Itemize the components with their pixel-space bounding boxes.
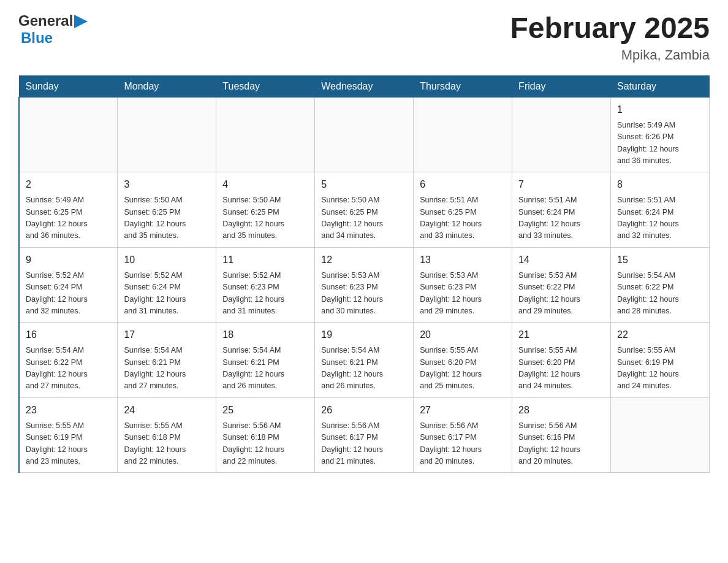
day-info: Sunrise: 5:51 AMSunset: 6:24 PMDaylight:… bbox=[617, 194, 703, 242]
calendar-day-cell: 10Sunrise: 5:52 AMSunset: 6:24 PMDayligh… bbox=[118, 247, 216, 323]
calendar-day-cell bbox=[611, 397, 710, 473]
calendar-day-cell: 20Sunrise: 5:55 AMSunset: 6:20 PMDayligh… bbox=[414, 323, 512, 398]
calendar-day-cell: 19Sunrise: 5:54 AMSunset: 6:21 PMDayligh… bbox=[315, 323, 414, 398]
day-info: Sunrise: 5:54 AMSunset: 6:21 PMDaylight:… bbox=[222, 345, 308, 393]
day-number: 5 bbox=[321, 177, 407, 192]
calendar-day-cell: 5Sunrise: 5:50 AMSunset: 6:25 PMDaylight… bbox=[315, 172, 414, 248]
day-info: Sunrise: 5:56 AMSunset: 6:17 PMDaylight:… bbox=[420, 420, 506, 468]
logo-blue-text: Blue bbox=[21, 29, 53, 46]
calendar-day-cell: 7Sunrise: 5:51 AMSunset: 6:24 PMDaylight… bbox=[512, 172, 611, 248]
day-number: 10 bbox=[124, 253, 210, 267]
day-number: 25 bbox=[222, 403, 308, 418]
title-block: February 2025 Mpika, Zambia bbox=[510, 12, 710, 63]
calendar-day-cell: 26Sunrise: 5:56 AMSunset: 6:17 PMDayligh… bbox=[315, 397, 414, 473]
day-number: 22 bbox=[617, 327, 703, 342]
day-of-week-header: Wednesday bbox=[315, 75, 414, 97]
svg-marker-0 bbox=[74, 15, 88, 28]
day-number: 15 bbox=[617, 253, 703, 267]
day-info: Sunrise: 5:52 AMSunset: 6:24 PMDaylight:… bbox=[26, 270, 111, 318]
day-number: 4 bbox=[222, 177, 308, 192]
day-number: 11 bbox=[222, 253, 308, 267]
day-number: 7 bbox=[518, 177, 604, 192]
calendar-week-row: 23Sunrise: 5:55 AMSunset: 6:19 PMDayligh… bbox=[19, 397, 710, 473]
day-info: Sunrise: 5:56 AMSunset: 6:17 PMDaylight:… bbox=[321, 420, 407, 468]
calendar-day-cell: 2Sunrise: 5:49 AMSunset: 6:25 PMDaylight… bbox=[19, 172, 118, 248]
calendar-day-cell: 14Sunrise: 5:53 AMSunset: 6:22 PMDayligh… bbox=[512, 247, 611, 323]
page-header: General Blue February 2025 Mpika, Zambia bbox=[18, 12, 710, 63]
day-number: 21 bbox=[518, 327, 604, 342]
day-info: Sunrise: 5:55 AMSunset: 6:20 PMDaylight:… bbox=[420, 345, 506, 393]
calendar-week-row: 1Sunrise: 5:49 AMSunset: 6:26 PMDaylight… bbox=[19, 97, 710, 172]
day-info: Sunrise: 5:52 AMSunset: 6:23 PMDaylight:… bbox=[222, 270, 308, 318]
day-number: 3 bbox=[124, 177, 210, 192]
logo-arrow-icon bbox=[74, 15, 88, 28]
day-number: 2 bbox=[26, 177, 111, 192]
day-info: Sunrise: 5:53 AMSunset: 6:22 PMDaylight:… bbox=[518, 270, 604, 318]
calendar-day-cell bbox=[414, 97, 512, 172]
day-info: Sunrise: 5:50 AMSunset: 6:25 PMDaylight:… bbox=[222, 194, 308, 242]
logo-general-text: General bbox=[18, 12, 73, 29]
day-number: 18 bbox=[222, 327, 308, 342]
calendar-day-cell: 21Sunrise: 5:55 AMSunset: 6:20 PMDayligh… bbox=[512, 323, 611, 398]
day-number: 27 bbox=[420, 403, 506, 418]
day-of-week-header: Saturday bbox=[611, 75, 710, 97]
calendar-day-cell: 27Sunrise: 5:56 AMSunset: 6:17 PMDayligh… bbox=[414, 397, 512, 473]
day-info: Sunrise: 5:51 AMSunset: 6:25 PMDaylight:… bbox=[420, 194, 506, 242]
calendar-day-cell: 8Sunrise: 5:51 AMSunset: 6:24 PMDaylight… bbox=[611, 172, 710, 248]
location-subtitle: Mpika, Zambia bbox=[510, 47, 710, 63]
day-info: Sunrise: 5:55 AMSunset: 6:18 PMDaylight:… bbox=[124, 420, 210, 468]
day-number: 13 bbox=[420, 253, 506, 267]
day-info: Sunrise: 5:56 AMSunset: 6:18 PMDaylight:… bbox=[222, 420, 308, 468]
day-number: 14 bbox=[518, 253, 604, 267]
calendar-day-cell: 17Sunrise: 5:54 AMSunset: 6:21 PMDayligh… bbox=[118, 323, 216, 398]
calendar-day-cell bbox=[315, 97, 414, 172]
day-number: 24 bbox=[124, 403, 210, 418]
calendar-day-cell: 22Sunrise: 5:55 AMSunset: 6:19 PMDayligh… bbox=[611, 323, 710, 398]
calendar-week-row: 2Sunrise: 5:49 AMSunset: 6:25 PMDaylight… bbox=[19, 172, 710, 248]
day-info: Sunrise: 5:55 AMSunset: 6:19 PMDaylight:… bbox=[617, 345, 703, 393]
calendar-day-cell: 4Sunrise: 5:50 AMSunset: 6:25 PMDaylight… bbox=[216, 172, 315, 248]
day-number: 19 bbox=[321, 327, 407, 342]
calendar-day-cell: 6Sunrise: 5:51 AMSunset: 6:25 PMDaylight… bbox=[414, 172, 512, 248]
calendar-day-cell: 3Sunrise: 5:50 AMSunset: 6:25 PMDaylight… bbox=[118, 172, 216, 248]
calendar-day-cell: 9Sunrise: 5:52 AMSunset: 6:24 PMDaylight… bbox=[19, 247, 118, 323]
calendar-day-cell bbox=[118, 97, 216, 172]
day-number: 12 bbox=[321, 253, 407, 267]
day-info: Sunrise: 5:50 AMSunset: 6:25 PMDaylight:… bbox=[124, 194, 210, 242]
day-number: 8 bbox=[617, 177, 703, 192]
day-number: 23 bbox=[26, 403, 111, 418]
calendar-day-cell: 1Sunrise: 5:49 AMSunset: 6:26 PMDaylight… bbox=[611, 97, 710, 172]
day-info: Sunrise: 5:52 AMSunset: 6:24 PMDaylight:… bbox=[124, 270, 210, 318]
calendar-header-row: SundayMondayTuesdayWednesdayThursdayFrid… bbox=[19, 75, 710, 97]
day-info: Sunrise: 5:50 AMSunset: 6:25 PMDaylight:… bbox=[321, 194, 407, 242]
calendar-day-cell: 16Sunrise: 5:54 AMSunset: 6:22 PMDayligh… bbox=[19, 323, 118, 398]
calendar-table: SundayMondayTuesdayWednesdayThursdayFrid… bbox=[18, 75, 710, 473]
day-info: Sunrise: 5:54 AMSunset: 6:22 PMDaylight:… bbox=[617, 270, 703, 318]
calendar-week-row: 9Sunrise: 5:52 AMSunset: 6:24 PMDaylight… bbox=[19, 247, 710, 323]
day-of-week-header: Thursday bbox=[414, 75, 512, 97]
day-number: 28 bbox=[518, 403, 604, 418]
day-number: 26 bbox=[321, 403, 407, 418]
day-info: Sunrise: 5:54 AMSunset: 6:21 PMDaylight:… bbox=[321, 345, 407, 393]
calendar-day-cell bbox=[512, 97, 611, 172]
day-info: Sunrise: 5:56 AMSunset: 6:16 PMDaylight:… bbox=[518, 420, 604, 468]
day-info: Sunrise: 5:49 AMSunset: 6:25 PMDaylight:… bbox=[26, 194, 111, 242]
day-number: 17 bbox=[124, 327, 210, 342]
day-info: Sunrise: 5:55 AMSunset: 6:19 PMDaylight:… bbox=[26, 420, 111, 468]
day-of-week-header: Sunday bbox=[19, 75, 118, 97]
main-title: February 2025 bbox=[510, 12, 710, 45]
calendar-day-cell: 15Sunrise: 5:54 AMSunset: 6:22 PMDayligh… bbox=[611, 247, 710, 323]
calendar-day-cell bbox=[19, 97, 118, 172]
calendar-day-cell: 11Sunrise: 5:52 AMSunset: 6:23 PMDayligh… bbox=[216, 247, 315, 323]
day-info: Sunrise: 5:53 AMSunset: 6:23 PMDaylight:… bbox=[321, 270, 407, 318]
day-info: Sunrise: 5:49 AMSunset: 6:26 PMDaylight:… bbox=[617, 120, 703, 167]
day-of-week-header: Tuesday bbox=[216, 75, 315, 97]
day-number: 20 bbox=[420, 327, 506, 342]
day-info: Sunrise: 5:54 AMSunset: 6:22 PMDaylight:… bbox=[26, 345, 111, 393]
calendar-day-cell: 24Sunrise: 5:55 AMSunset: 6:18 PMDayligh… bbox=[118, 397, 216, 473]
day-of-week-header: Friday bbox=[512, 75, 611, 97]
calendar-week-row: 16Sunrise: 5:54 AMSunset: 6:22 PMDayligh… bbox=[19, 323, 710, 398]
calendar-day-cell bbox=[216, 97, 315, 172]
day-info: Sunrise: 5:51 AMSunset: 6:24 PMDaylight:… bbox=[518, 194, 604, 242]
calendar-day-cell: 13Sunrise: 5:53 AMSunset: 6:23 PMDayligh… bbox=[414, 247, 512, 323]
